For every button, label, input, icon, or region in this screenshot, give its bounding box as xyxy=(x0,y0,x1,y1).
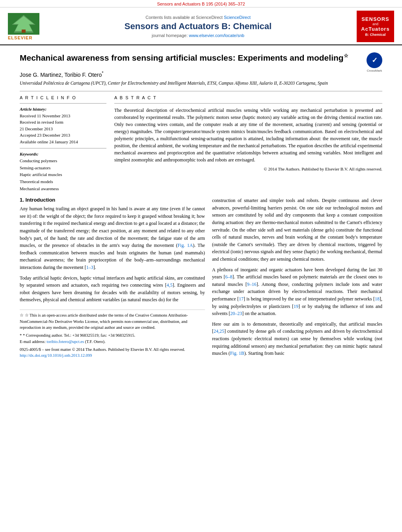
doi-link[interactable]: http://dx.doi.org/10.1016/j.snb.2013.12.… xyxy=(20,353,92,358)
affiliation: Universidad Politécnica de Cartagena (UP… xyxy=(20,80,382,86)
abstract-label: A B S T R A C T xyxy=(114,95,382,100)
issn-line: 0925-4005/$ – see front matter © 2014 Th… xyxy=(20,347,205,353)
citation-text: Sensors and Actuators B 195 (2014) 365–3… xyxy=(157,2,245,6)
sensors-logo-line2: AcTuators xyxy=(361,26,389,32)
contents-text: Contents lists available at ScienceDirec… xyxy=(145,15,223,20)
ref17-link[interactable]: 17 xyxy=(239,296,244,302)
contents-line: Contents lists available at ScienceDirec… xyxy=(47,15,349,20)
right-body: construction of smarter and simpler tool… xyxy=(212,197,382,357)
header-center: Contents lists available at ScienceDirec… xyxy=(39,15,357,38)
crossmark-label: CrossMark xyxy=(367,69,382,72)
article-info-col: A R T I C L E I N F O Article history: R… xyxy=(20,95,106,192)
left-col: 1. Introduction Any human being trailing… xyxy=(20,197,205,360)
journal-header: ELSEVIER Contents lists available at Sci… xyxy=(0,7,402,45)
title-row: Mechanical awareness from sensing artifi… xyxy=(20,52,382,68)
keyword-4: Theoretical models xyxy=(20,178,106,185)
article-info-label: A R T I C L E I N F O xyxy=(20,95,106,100)
right-para-2: A plethora of inorganic and organic actu… xyxy=(212,266,382,317)
authors-line: Jose G. Martinez, Toribio F. Otero* xyxy=(20,70,382,78)
sensors-logo-and: and xyxy=(372,22,378,26)
title-star: ☆ xyxy=(344,53,348,59)
doi-line: http://dx.doi.org/10.1016/j.snb.2013.12.… xyxy=(20,352,205,359)
divider-1 xyxy=(20,91,382,91)
received-revised-label: Received in revised form xyxy=(20,119,106,126)
intro-body: Any human being trailing an object grasp… xyxy=(20,205,205,304)
star-symbol: ☆ xyxy=(20,313,25,317)
crossmark-icon: ✓ xyxy=(367,52,382,68)
intro-para-2: Today artificial haptic devices, haptic … xyxy=(20,274,205,304)
right-col: construction of smarter and simpler tool… xyxy=(212,197,382,360)
homepage-link[interactable]: www.elsevier.com/locate/snb xyxy=(189,33,244,38)
sciencedirect-link[interactable]: ScienceDirect xyxy=(224,15,251,20)
keyword-5: Mechanical awareness xyxy=(20,185,106,193)
ref6-8-link[interactable]: 6–8 xyxy=(225,274,233,280)
svg-rect-3 xyxy=(22,30,26,33)
citation-bar: Sensors and Actuators B 195 (2014) 365–3… xyxy=(0,0,402,7)
sensors-logo-box: SENSORS and AcTuators B: Chemical xyxy=(357,11,394,42)
email-label: E-mail address: xyxy=(20,339,46,344)
email-link[interactable]: toribio.fotero@upct.es xyxy=(47,339,84,344)
divider-3 xyxy=(20,148,106,148)
ref4-5-link[interactable]: 4,5 xyxy=(167,282,173,288)
journal-title: Sensors and Actuators B: Chemical xyxy=(47,21,349,32)
keyword-1: Conducting polymers xyxy=(20,158,106,165)
divider-4 xyxy=(114,103,382,104)
received-item: Received 11 November 2013 xyxy=(20,113,106,119)
received-revised-date: 21 December 2013 xyxy=(20,126,106,132)
footnote-star-text: ☆ This is an open-access article distrib… xyxy=(20,313,188,330)
elsevier-label: ELSEVIER xyxy=(8,35,32,40)
footnote-email: E-mail address: toribio.fotero@upct.es (… xyxy=(20,339,205,345)
divider-2 xyxy=(20,103,106,104)
main-content: 1. Introduction Any human being trailing… xyxy=(20,197,382,360)
abstract-text: The theoretical description of electroch… xyxy=(114,107,382,163)
crossmark-badge: ✓ CrossMark xyxy=(367,52,382,68)
section-number: 1. xyxy=(20,197,24,203)
author-star: * xyxy=(102,70,103,75)
sensors-logo-b: B: Chemical xyxy=(365,33,385,37)
section-title: Introduction xyxy=(25,197,55,203)
ref24-25-link[interactable]: 24,25 xyxy=(214,328,224,334)
ref9-16-link[interactable]: 9–16 xyxy=(247,282,257,287)
right-para-3: Here our aim is to demonstrate, theoreti… xyxy=(212,321,382,357)
email-person: (T.F. Otero). xyxy=(85,339,106,344)
copyright-line: © 2014 The Authors. Published by Elsevie… xyxy=(114,167,382,171)
article-info-abstract: A R T I C L E I N F O Article history: R… xyxy=(20,95,382,192)
corresponding-star: * xyxy=(20,333,23,337)
corresponding-text: * Corresponding author. Tel.: +34 968325… xyxy=(23,333,135,337)
keywords-list: Conducting polymers Sensing-actuators Ha… xyxy=(20,158,106,192)
right-para-1: construction of smarter and simpler tool… xyxy=(212,197,382,263)
section-1-heading: 1. Introduction xyxy=(20,197,205,203)
page: Sensors and Actuators B 195 (2014) 365–3… xyxy=(0,0,402,532)
authors-text: Jose G. Martinez, Toribio F. Otero xyxy=(20,72,102,78)
keyword-3: Haptic artificial muscles xyxy=(20,171,106,178)
article-title-text: Mechanical awareness from sensing artifi… xyxy=(20,53,344,62)
history-label: Article history: xyxy=(20,107,106,111)
article-body: Mechanical awareness from sensing artifi… xyxy=(0,45,402,367)
intro-para-1: Any human being trailing an object grasp… xyxy=(20,205,205,271)
footnote-corresponding: * * Corresponding author. Tel.: +34 9683… xyxy=(20,332,205,339)
article-title: Mechanical awareness from sensing artifi… xyxy=(20,52,363,63)
keywords-label: Keywords: xyxy=(20,152,106,156)
ref18-link[interactable]: 18 xyxy=(375,296,380,302)
homepage-prefix: journal homepage: xyxy=(152,33,189,38)
elsevier-logo: ELSEVIER xyxy=(8,13,39,40)
abstract-paragraph: The theoretical description of electroch… xyxy=(114,107,382,163)
footnote-star: ☆ ☆ This is an open-access article distr… xyxy=(20,312,205,331)
elsevier-tree-icon xyxy=(8,13,39,35)
footnote-area: ☆ ☆ This is an open-access article distr… xyxy=(20,310,205,359)
ref20-23-link[interactable]: 20–23 xyxy=(230,311,242,316)
ref19-link[interactable]: 19 xyxy=(294,304,298,309)
abstract-col: A B S T R A C T The theoretical descript… xyxy=(114,95,382,192)
available-item: Available online 24 January 2014 xyxy=(20,139,106,145)
accepted-item: Accepted 23 December 2013 xyxy=(20,132,106,139)
title-container: Mechanical awareness from sensing artifi… xyxy=(20,52,363,65)
keyword-2: Sensing-actuators xyxy=(20,165,106,172)
ref1-3-link[interactable]: 1–3 xyxy=(86,265,93,270)
fig1b-link[interactable]: Fig. 1B xyxy=(230,350,244,356)
sensors-logo-line1: SENSORS xyxy=(361,16,389,22)
fig1a-link[interactable]: Fig. 1A xyxy=(177,243,193,248)
homepage-line: journal homepage: www.elsevier.com/locat… xyxy=(47,33,349,38)
